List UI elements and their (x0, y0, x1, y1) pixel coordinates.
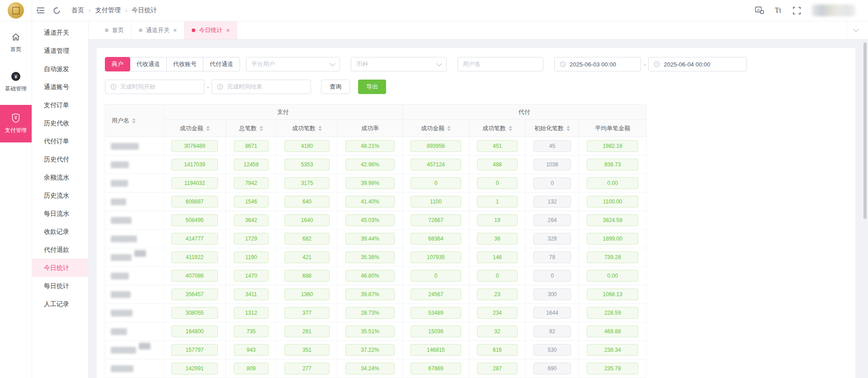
value-cell: 48.21% (338, 137, 403, 156)
rail-item-基础管理[interactable]: ¥基础管理 (0, 65, 32, 99)
column-header-label: 平均单笔金额 (595, 124, 630, 132)
value-chip: 1100.00 (587, 196, 638, 208)
value-cell: 0.00 (579, 267, 646, 285)
filter-type-代收通道[interactable]: 代收通道 (130, 57, 167, 71)
select-placeholder: 平台用户 (251, 60, 275, 68)
collapse-menu-icon[interactable] (36, 6, 45, 15)
tab-今日统计[interactable]: 今日统计× (184, 21, 237, 39)
breadcrumb-item[interactable]: 首页 (71, 6, 84, 14)
blurred-username (111, 217, 132, 224)
sidebar-item-每日流水[interactable]: 每日流水 (32, 204, 88, 222)
value-chip: 37.22% (345, 344, 395, 356)
column-header-成功笔数[interactable]: 成功笔数 (277, 120, 338, 137)
value-cell: 893956 (403, 137, 469, 156)
sidebar-item-历史流水[interactable]: 历史流水 (32, 186, 88, 204)
sidebar-item-代付退款[interactable]: 代付退款 (32, 241, 88, 259)
clock-icon (654, 61, 660, 67)
sidebar-item-代付订单[interactable]: 代付订单 (32, 132, 88, 150)
sort-icon[interactable] (259, 126, 263, 131)
filter-type-商户[interactable]: 商户 (105, 57, 130, 71)
currency-select[interactable]: 币种 (351, 57, 447, 71)
close-icon[interactable]: × (226, 27, 230, 33)
value-cell: 238.34 (579, 341, 646, 359)
sidebar-item-人工记录[interactable]: 人工记录 (32, 295, 88, 313)
value-chip: 264 (533, 214, 571, 226)
tab-首页[interactable]: 首页 (98, 21, 132, 39)
vertical-scrollbar[interactable] (863, 43, 867, 219)
value-chip: 943 (234, 344, 269, 356)
finish-time-end-picker[interactable]: 完成时间结束 (212, 80, 311, 94)
value-chip: 421 (284, 251, 330, 263)
sort-icon[interactable] (318, 126, 322, 131)
sidebar-item-余额流水[interactable]: 余额流水 (32, 168, 88, 186)
close-icon[interactable]: × (173, 27, 177, 33)
filter-type-代付通道[interactable]: 代付通道 (203, 57, 240, 71)
platform-user-select[interactable]: 平台用户 (246, 57, 340, 71)
column-header-初始化笔数[interactable]: 初始化笔数 (526, 120, 579, 137)
column-header-成功金额[interactable]: 成功金额 (164, 120, 226, 137)
end-datetime-picker[interactable]: 2025-06-04 00:00 (648, 57, 747, 71)
refresh-icon[interactable] (52, 6, 61, 15)
current-user-blurred[interactable] (812, 5, 855, 16)
sidebar-item-自动派发[interactable]: 自动派发 (32, 60, 88, 78)
value-chip: 39.44% (345, 233, 395, 245)
sidebar-item-支付订单[interactable]: 支付订单 (32, 96, 88, 114)
sidebar-item-历史代收[interactable]: 历史代收 (32, 114, 88, 132)
sidebar-item-每日统计[interactable]: 每日统计 (32, 277, 88, 295)
chevron-down-icon (853, 26, 859, 32)
value-chip: 530 (533, 344, 571, 356)
value-cell: 45 (526, 137, 579, 156)
column-header-username[interactable]: 用户名 (105, 104, 164, 137)
blurred-username (111, 143, 139, 150)
value-chip: 78 (533, 251, 571, 263)
value-cell: 936.73 (579, 156, 646, 174)
value-chip: 351 (284, 344, 330, 356)
export-button[interactable]: 导出 (358, 80, 386, 94)
column-header-成功金额[interactable]: 成功金额 (403, 120, 469, 137)
breadcrumb-item[interactable]: 支付管理 (95, 6, 121, 14)
sort-icon[interactable] (447, 126, 451, 131)
column-header-总笔数[interactable]: 总笔数 (226, 120, 277, 137)
language-icon[interactable]: A (755, 6, 764, 15)
value-cell: 3411 (226, 285, 277, 304)
value-chip: 0 (477, 270, 518, 282)
blurred-username (134, 250, 146, 257)
column-header-成功笔数[interactable]: 成功笔数 (469, 120, 526, 137)
user-cell (105, 230, 164, 248)
sidebar-item-通道账号[interactable]: 通道账号 (32, 78, 88, 96)
value-chip: 3175 (284, 177, 330, 189)
blurred-username (111, 328, 127, 335)
sort-icon[interactable] (566, 126, 570, 131)
sort-icon[interactable] (206, 126, 210, 131)
value-chip: 35.38% (345, 251, 395, 263)
filter-type-代收账号[interactable]: 代收账号 (166, 57, 203, 71)
user-cell (105, 341, 164, 359)
value-cell: 35.38% (338, 248, 403, 267)
tab-list-dropdown-button[interactable] (847, 21, 864, 39)
rail-item-首页[interactable]: 首页 (0, 25, 32, 60)
value-cell: 809 (226, 359, 277, 378)
value-chip: 48.21% (345, 140, 395, 152)
sort-icon[interactable] (509, 126, 512, 131)
tab-通道开关[interactable]: 通道开关× (132, 21, 184, 39)
sidebar-item-通道管理[interactable]: 通道管理 (32, 42, 88, 60)
font-size-icon[interactable]: Tt (775, 6, 781, 14)
value-cell: 68364 (403, 230, 469, 248)
sidebar-item-通道开关[interactable]: 通道开关 (32, 24, 88, 42)
username-input[interactable]: 用户名 (458, 57, 543, 71)
svg-text:A: A (757, 8, 760, 12)
rail-item-支付管理[interactable]: ¥支付管理 (0, 105, 32, 142)
value-cell: 36 (469, 230, 526, 248)
sort-icon[interactable] (132, 118, 136, 123)
column-header-label: 初始化笔数 (534, 124, 564, 132)
sidebar-item-今日统计[interactable]: 今日统计 (32, 259, 88, 277)
start-datetime-picker[interactable]: 2025-06-03 00:00 (554, 57, 641, 71)
value-chip: 157797 (171, 344, 218, 356)
sidebar-item-历史代付[interactable]: 历史代付 (32, 150, 88, 168)
query-button[interactable]: 查询 (321, 80, 350, 94)
finish-time-start-picker[interactable]: 完成时间开始 (105, 80, 204, 94)
sidebar-item-收款记录[interactable]: 收款记录 (32, 222, 88, 241)
rail-item-label: 支付管理 (5, 127, 27, 134)
value-cell: 35.51% (338, 322, 403, 341)
fullscreen-icon[interactable] (792, 6, 801, 15)
